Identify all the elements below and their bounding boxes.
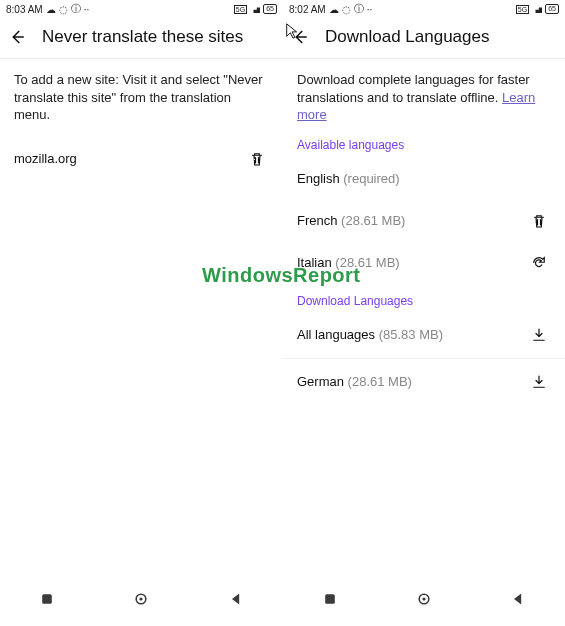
status-time: 8:03 AM [6, 4, 43, 15]
language-meta: (28.61 MB) [341, 213, 405, 228]
signal-icon [532, 5, 542, 13]
nav-recent[interactable] [322, 591, 338, 611]
header-bar: Download Languages [283, 16, 565, 59]
header-bar: Never translate these sites [0, 16, 283, 59]
language-meta: (85.83 MB) [379, 327, 443, 342]
site-domain: mozilla.org [14, 151, 77, 166]
download-language-button[interactable] [527, 370, 551, 394]
language-row[interactable]: Italian (28.61 MB) [297, 242, 551, 284]
svg-rect-3 [325, 594, 335, 604]
reddit-icon: ◌ [342, 4, 351, 15]
nav-recent[interactable] [39, 591, 55, 611]
language-row[interactable]: All languages (85.83 MB) [297, 314, 551, 356]
nav-back[interactable] [228, 591, 244, 611]
screen-never-translate: 8:03 AM ☁ ◌ ⓘ ·· 5G 65 Never translate t… [0, 0, 284, 620]
info-icon: ⓘ [71, 2, 81, 16]
download-language-button[interactable] [527, 323, 551, 347]
nav-home[interactable] [416, 591, 432, 611]
refresh-language-button[interactable] [527, 251, 551, 275]
nav-back[interactable] [510, 591, 526, 611]
language-name: All languages [297, 327, 375, 342]
language-name: German [297, 374, 344, 389]
nav-home[interactable] [133, 591, 149, 611]
section-available-languages: Available languages [297, 138, 551, 152]
help-text: To add a new site: Visit it and select "… [14, 71, 269, 124]
volte-icon: 5G [516, 5, 529, 14]
more-icon: ·· [367, 4, 373, 15]
battery-icon: 65 [263, 4, 277, 14]
back-button[interactable] [291, 25, 325, 49]
language-meta: (28.61 MB) [335, 255, 399, 270]
android-nav-bar [283, 586, 565, 616]
status-bar: 8:03 AM ☁ ◌ ⓘ ·· 5G 65 [0, 0, 283, 16]
android-nav-bar [0, 586, 283, 616]
divider [283, 358, 565, 359]
screen-download-languages: 8:02 AM ☁ ◌ ⓘ ·· 5G 65 Download Language… [283, 0, 565, 620]
language-meta: (required) [343, 171, 399, 186]
language-name: French [297, 213, 337, 228]
reddit-icon: ◌ [59, 4, 68, 15]
section-download-languages: Download Languages [297, 294, 551, 308]
svg-rect-0 [42, 594, 52, 604]
language-name: Italian [297, 255, 332, 270]
cloud-icon: ☁ [46, 4, 56, 15]
language-name: English [297, 171, 340, 186]
svg-point-5 [422, 597, 425, 600]
page-title: Never translate these sites [42, 27, 243, 47]
volte-icon: 5G [234, 5, 247, 14]
help-text-body: Download complete languages for faster t… [297, 72, 530, 105]
language-meta: (28.61 MB) [348, 374, 412, 389]
more-icon: ·· [84, 4, 90, 15]
status-time: 8:02 AM [289, 4, 326, 15]
page-title: Download Languages [325, 27, 489, 47]
svg-point-2 [140, 597, 143, 600]
cloud-icon: ☁ [329, 4, 339, 15]
back-button[interactable] [8, 25, 42, 49]
help-text: Download complete languages for faster t… [297, 71, 551, 124]
delete-site-button[interactable] [245, 147, 269, 171]
language-row[interactable]: German (28.61 MB) [297, 361, 551, 403]
site-row: mozilla.org [14, 138, 269, 180]
delete-language-button[interactable] [527, 209, 551, 233]
info-icon: ⓘ [354, 2, 364, 16]
status-bar: 8:02 AM ☁ ◌ ⓘ ·· 5G 65 [283, 0, 565, 16]
language-row[interactable]: English (required) [297, 158, 551, 200]
language-row[interactable]: French (28.61 MB) [297, 200, 551, 242]
signal-icon [250, 5, 260, 13]
battery-icon: 65 [545, 4, 559, 14]
